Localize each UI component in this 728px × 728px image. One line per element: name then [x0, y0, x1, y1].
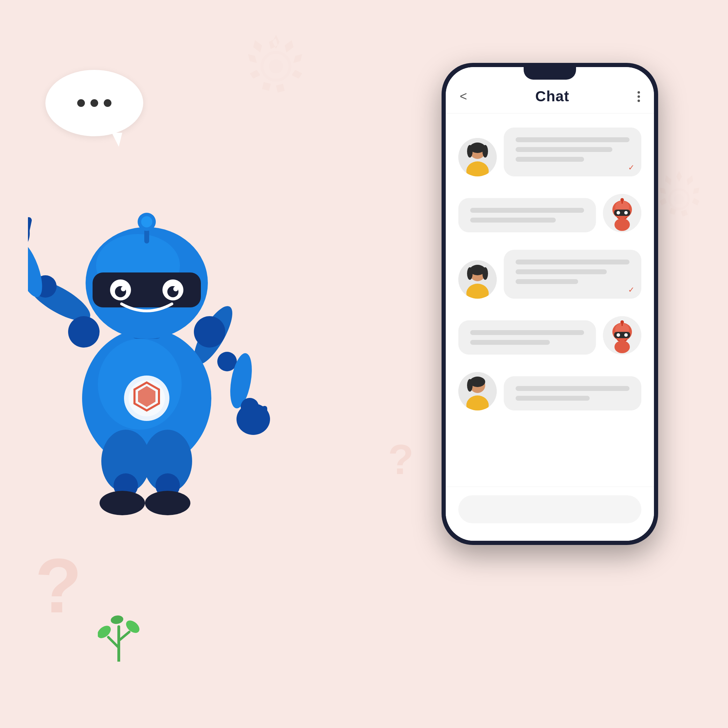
svg-point-46 — [173, 286, 178, 291]
svg-line-5 — [108, 637, 119, 648]
phone-container: < Chat — [442, 63, 658, 545]
svg-point-8 — [124, 618, 140, 635]
menu-dot-2 — [638, 95, 640, 98]
svg-point-69 — [615, 218, 630, 231]
user-avatar-3 — [458, 372, 497, 410]
msg-line — [515, 157, 584, 162]
dot-3 — [104, 99, 112, 107]
svg-point-67 — [616, 211, 620, 214]
message-row-5 — [458, 372, 641, 410]
message-bubble-2 — [458, 198, 596, 232]
svg-point-21 — [217, 352, 237, 371]
menu-button[interactable] — [638, 91, 640, 102]
chat-title: Chat — [535, 88, 569, 105]
svg-point-9 — [110, 615, 124, 625]
message-row-1: ✓ — [458, 127, 641, 176]
msg-line — [515, 396, 590, 401]
svg-point-45 — [121, 286, 126, 291]
msg-line — [515, 147, 612, 152]
message-check-3: ✓ — [628, 285, 635, 295]
svg-point-39 — [141, 216, 152, 228]
message-check-1: ✓ — [628, 163, 635, 172]
message-row-4 — [458, 316, 641, 355]
svg-rect-27 — [262, 406, 267, 423]
svg-rect-66 — [614, 210, 630, 216]
typing-indicator — [77, 99, 112, 107]
msg-line — [515, 137, 630, 142]
svg-point-80 — [620, 320, 624, 324]
message-bubble-3: ✓ — [504, 250, 641, 299]
small-question-mark: ? — [388, 435, 414, 483]
msg-line — [515, 260, 630, 265]
user-avatar-1 — [458, 138, 497, 176]
message-row-2 — [458, 194, 641, 232]
svg-point-3 — [674, 194, 684, 204]
dot-1 — [77, 99, 85, 107]
menu-dot-1 — [638, 91, 640, 93]
svg-point-84 — [615, 341, 630, 353]
svg-point-65 — [620, 198, 624, 202]
svg-point-47 — [68, 316, 99, 347]
svg-point-68 — [624, 211, 628, 214]
robot-illustration — [28, 133, 300, 587]
message-bubble-5 — [504, 376, 641, 410]
chat-input-bar[interactable] — [458, 496, 641, 523]
svg-point-1 — [269, 60, 283, 73]
svg-rect-81 — [614, 332, 630, 338]
svg-rect-26 — [255, 405, 260, 423]
phone-notch — [524, 67, 576, 80]
menu-dot-3 — [638, 99, 640, 102]
user-avatar-2 — [458, 260, 497, 299]
svg-rect-18 — [28, 217, 32, 236]
msg-line — [470, 340, 550, 345]
svg-point-59 — [467, 145, 473, 158]
bot-avatar-2 — [603, 316, 641, 355]
message-bubble-1: ✓ — [504, 127, 641, 176]
message-row-3: ✓ — [458, 250, 641, 299]
svg-point-89 — [467, 379, 473, 392]
msg-line — [470, 330, 584, 335]
phone-screen: < Chat — [446, 67, 654, 541]
plant-decoration — [98, 599, 140, 662]
back-button[interactable]: < — [460, 89, 467, 104]
gear-decoration-top — [223, 21, 328, 126]
svg-rect-40 — [93, 272, 201, 307]
msg-line — [470, 218, 556, 223]
svg-line-6 — [119, 632, 129, 641]
msg-line — [515, 386, 630, 391]
msg-line — [470, 208, 584, 213]
svg-point-48 — [194, 316, 225, 347]
message-bubble-4 — [458, 320, 596, 355]
svg-point-53 — [99, 491, 145, 515]
msg-line — [515, 269, 607, 274]
chat-input-area — [446, 486, 654, 541]
speech-bubble — [46, 70, 143, 136]
svg-point-54 — [145, 491, 190, 515]
chat-messages-area: ✓ — [446, 113, 654, 486]
svg-point-74 — [467, 267, 473, 280]
bot-avatar-1 — [603, 194, 641, 232]
phone-frame: < Chat — [442, 63, 658, 545]
dot-2 — [90, 99, 98, 107]
svg-point-75 — [482, 267, 488, 280]
msg-line — [515, 279, 578, 284]
svg-point-82 — [616, 333, 620, 337]
svg-point-83 — [624, 333, 628, 337]
svg-point-60 — [482, 145, 488, 158]
svg-rect-25 — [248, 405, 253, 423]
